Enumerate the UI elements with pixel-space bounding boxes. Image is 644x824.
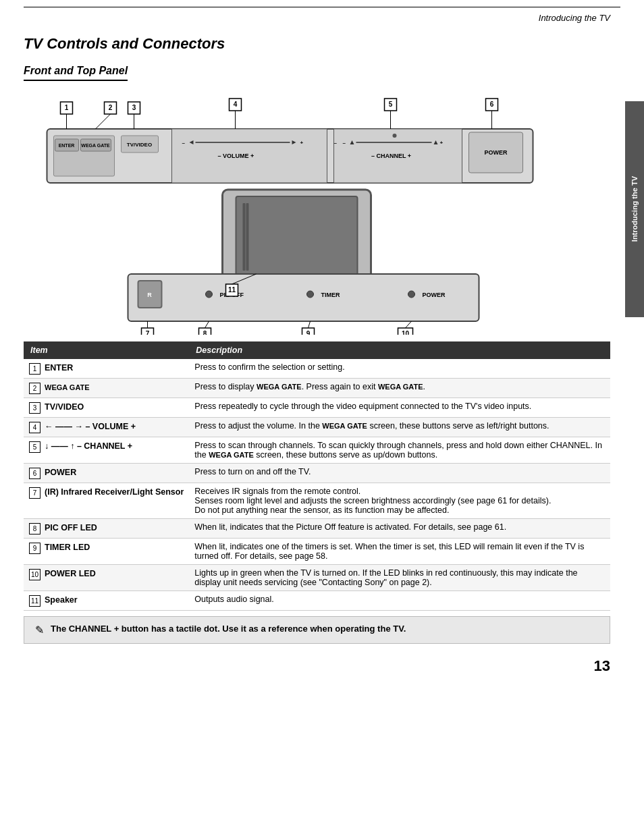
svg-point-56 [408,291,415,298]
svg-line-69 [406,321,412,328]
item-number: 7 [29,487,41,499]
item-number: 6 [29,468,41,479]
item-cell: 3TV/VIDEO [24,398,189,418]
svg-text:POWER: POWER [484,149,508,156]
table-row: 1ENTERPress to confirm the selection or … [24,359,610,379]
item-number: 5 [29,441,41,453]
diagram-svg: ENTER WEGA GATE TV/VIDEO – + – VOLUME + … [24,92,610,335]
table-row: 3TV/VIDEOPress repeatedly to cycle throu… [24,398,610,418]
svg-rect-47 [243,203,246,271]
item-number: 3 [29,402,41,414]
table-row: 10POWER LEDLights up in green when the T… [24,565,610,591]
item-description: Receives IR signals from the remote cont… [189,483,610,519]
item-number: 9 [29,543,41,554]
note-box: ✎ The CHANNEL + button has a tactile dot… [24,616,610,644]
item-description: When lit, indicates that the Picture Off… [189,519,610,539]
table-row: 11SpeakerOutputs audio signal. [24,591,610,611]
item-cell: 1ENTER [24,359,189,379]
svg-text:TIMER: TIMER [321,292,340,298]
diagram-container: ENTER WEGA GATE TV/VIDEO – + – VOLUME + … [24,92,610,335]
svg-point-20 [393,134,397,138]
table-row: 4← —— → – VOLUME +Press to adjust the vo… [24,418,610,437]
item-label: PIC OFF LED [45,523,97,532]
svg-line-66 [308,321,311,328]
item-label: TV/VIDEO [45,402,84,412]
table-row: 7(IR) Infrared Receiver/Light SensorRece… [24,483,610,519]
svg-point-54 [307,291,314,298]
item-label: WEGA GATE [45,383,90,392]
svg-text:7: 7 [146,330,150,335]
svg-text:POWER: POWER [423,292,446,298]
item-number: 4 [29,422,41,433]
item-description: Press repeatedly to cycle through the vi… [189,398,610,418]
item-number: 2 [29,383,41,394]
item-number: 1 [29,363,41,375]
item-description: Press to turn on and off the TV. [189,464,610,483]
svg-text:–: – [343,140,346,146]
svg-text:WEGA GATE: WEGA GATE [81,143,110,148]
item-label: ↓ —— ↑ – CHANNEL + [45,441,132,451]
item-number: 8 [29,523,41,534]
info-table: Item Description 1ENTERPress to confirm … [24,341,610,611]
svg-text:6: 6 [490,101,494,108]
page-title: TV Controls and Connectors [24,35,610,53]
item-label: ENTER [45,363,73,373]
table-row: 2WEGA GATEPress to display WEGA GATE. Pr… [24,379,610,398]
item-description: Press to adjust the volume. In the WEGA … [189,418,610,437]
item-description: When lit, indicates one of the timers is… [189,539,610,565]
item-label: POWER LED [45,569,96,578]
item-description: Outputs audio signal. [189,591,610,611]
section-title: Front and Top Panel [24,65,128,81]
item-cell: 2WEGA GATE [24,379,189,398]
item-cell: 6POWER [24,464,189,483]
svg-text:–: – [334,140,338,146]
col-header-item: Item [24,341,189,359]
item-cell: 8PIC OFF LED [24,519,189,539]
table-row: 6POWERPress to turn on and off the TV. [24,464,610,483]
svg-point-52 [206,291,213,298]
item-description: Press to scan through channels. To scan … [189,437,610,464]
table-row: 9TIMER LEDWhen lit, indicates one of the… [24,539,610,565]
item-description: Press to confirm the selection or settin… [189,359,610,379]
table-row: 5↓ —— ↑ – CHANNEL +Press to scan through… [24,437,610,464]
svg-text:2: 2 [109,104,113,111]
svg-text:ENTER: ENTER [59,143,75,148]
svg-text:– CHANNEL +: – CHANNEL + [371,153,411,159]
item-number: 11 [29,595,41,607]
svg-text:–: – [182,140,186,146]
svg-text:10: 10 [402,330,410,335]
svg-text:5: 5 [389,101,393,108]
svg-text:9: 9 [306,330,311,335]
main-content: TV Controls and Connectors Front and Top… [0,35,644,644]
item-cell: 9TIMER LED [24,539,189,565]
svg-text:TV/VIDEO: TV/VIDEO [127,142,152,148]
page-number: 13 [0,651,644,682]
page-header: Introducing the TV [0,7,644,23]
item-label: Speaker [45,595,78,605]
svg-text:8: 8 [203,330,207,335]
svg-text:4: 4 [234,101,238,108]
svg-text:+: + [440,140,444,146]
item-label: (IR) Infrared Receiver/Light Sensor [45,487,184,497]
sidebar-label: Introducing the TV [625,101,644,317]
svg-rect-45 [236,196,358,277]
svg-text:+: + [300,140,304,146]
item-cell: 11Speaker [24,591,189,611]
item-description: Press to display WEGA GATE. Press again … [189,379,610,398]
item-cell: 4← —— → – VOLUME + [24,418,189,437]
col-header-description: Description [189,341,610,359]
svg-text:– VOLUME +: – VOLUME + [218,153,254,159]
item-cell: 7(IR) Infrared Receiver/Light Sensor [24,483,189,519]
item-label: POWER [45,468,76,477]
svg-text:1: 1 [65,104,69,111]
item-label: TIMER LED [45,543,90,552]
svg-text:R: R [147,292,152,298]
note-icon: ✎ [35,624,44,636]
svg-text:11: 11 [228,286,236,294]
item-cell: 5↓ —— ↑ – CHANNEL + [24,437,189,464]
item-label: ← —— → – VOLUME + [45,422,136,431]
svg-line-63 [205,321,209,328]
svg-rect-48 [246,203,249,271]
note-text: The CHANNEL + button has a tactile dot. … [51,624,406,634]
table-row: 8PIC OFF LEDWhen lit, indicates that the… [24,519,610,539]
